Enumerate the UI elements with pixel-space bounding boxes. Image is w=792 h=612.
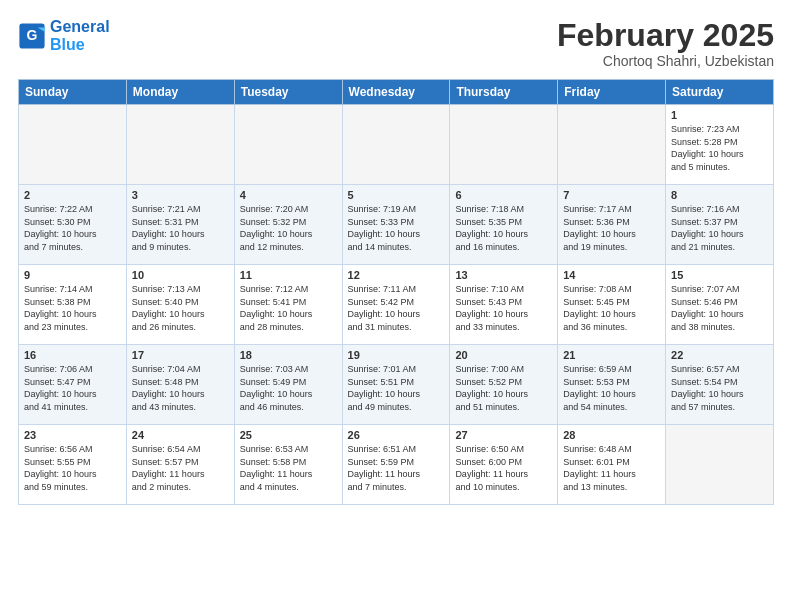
- table-row: 16Sunrise: 7:06 AM Sunset: 5:47 PM Dayli…: [19, 345, 127, 425]
- day-info: Sunrise: 7:07 AM Sunset: 5:46 PM Dayligh…: [671, 283, 768, 333]
- day-number: 23: [24, 429, 121, 441]
- day-number: 6: [455, 189, 552, 201]
- day-info: Sunrise: 6:57 AM Sunset: 5:54 PM Dayligh…: [671, 363, 768, 413]
- month-title: February 2025: [557, 18, 774, 53]
- table-row: 10Sunrise: 7:13 AM Sunset: 5:40 PM Dayli…: [126, 265, 234, 345]
- day-number: 22: [671, 349, 768, 361]
- day-info: Sunrise: 7:00 AM Sunset: 5:52 PM Dayligh…: [455, 363, 552, 413]
- col-thursday: Thursday: [450, 80, 558, 105]
- day-number: 3: [132, 189, 229, 201]
- day-info: Sunrise: 7:19 AM Sunset: 5:33 PM Dayligh…: [348, 203, 445, 253]
- day-number: 24: [132, 429, 229, 441]
- day-number: 14: [563, 269, 660, 281]
- table-row: 25Sunrise: 6:53 AM Sunset: 5:58 PM Dayli…: [234, 425, 342, 505]
- calendar-header-row: Sunday Monday Tuesday Wednesday Thursday…: [19, 80, 774, 105]
- table-row: [450, 105, 558, 185]
- col-sunday: Sunday: [19, 80, 127, 105]
- table-row: 17Sunrise: 7:04 AM Sunset: 5:48 PM Dayli…: [126, 345, 234, 425]
- day-info: Sunrise: 7:23 AM Sunset: 5:28 PM Dayligh…: [671, 123, 768, 173]
- page: G General Blue February 2025 Chortoq Sha…: [0, 0, 792, 612]
- table-row: 7Sunrise: 7:17 AM Sunset: 5:36 PM Daylig…: [558, 185, 666, 265]
- day-number: 2: [24, 189, 121, 201]
- table-row: 18Sunrise: 7:03 AM Sunset: 5:49 PM Dayli…: [234, 345, 342, 425]
- logo: G General Blue: [18, 18, 110, 53]
- table-row: 27Sunrise: 6:50 AM Sunset: 6:00 PM Dayli…: [450, 425, 558, 505]
- table-row: 6Sunrise: 7:18 AM Sunset: 5:35 PM Daylig…: [450, 185, 558, 265]
- day-info: Sunrise: 7:11 AM Sunset: 5:42 PM Dayligh…: [348, 283, 445, 333]
- col-tuesday: Tuesday: [234, 80, 342, 105]
- table-row: 15Sunrise: 7:07 AM Sunset: 5:46 PM Dayli…: [666, 265, 774, 345]
- table-row: [558, 105, 666, 185]
- logo-line2: Blue: [50, 36, 110, 54]
- day-info: Sunrise: 7:17 AM Sunset: 5:36 PM Dayligh…: [563, 203, 660, 253]
- table-row: 13Sunrise: 7:10 AM Sunset: 5:43 PM Dayli…: [450, 265, 558, 345]
- table-row: 2Sunrise: 7:22 AM Sunset: 5:30 PM Daylig…: [19, 185, 127, 265]
- table-row: [19, 105, 127, 185]
- day-info: Sunrise: 7:18 AM Sunset: 5:35 PM Dayligh…: [455, 203, 552, 253]
- day-number: 11: [240, 269, 337, 281]
- day-number: 16: [24, 349, 121, 361]
- table-row: [126, 105, 234, 185]
- day-number: 13: [455, 269, 552, 281]
- logo-icon: G: [18, 22, 46, 50]
- day-info: Sunrise: 7:21 AM Sunset: 5:31 PM Dayligh…: [132, 203, 229, 253]
- day-number: 21: [563, 349, 660, 361]
- table-row: 11Sunrise: 7:12 AM Sunset: 5:41 PM Dayli…: [234, 265, 342, 345]
- day-number: 19: [348, 349, 445, 361]
- day-info: Sunrise: 6:54 AM Sunset: 5:57 PM Dayligh…: [132, 443, 229, 493]
- svg-text:G: G: [27, 27, 38, 43]
- day-info: Sunrise: 7:12 AM Sunset: 5:41 PM Dayligh…: [240, 283, 337, 333]
- table-row: 28Sunrise: 6:48 AM Sunset: 6:01 PM Dayli…: [558, 425, 666, 505]
- col-friday: Friday: [558, 80, 666, 105]
- day-info: Sunrise: 7:10 AM Sunset: 5:43 PM Dayligh…: [455, 283, 552, 333]
- table-row: 26Sunrise: 6:51 AM Sunset: 5:59 PM Dayli…: [342, 425, 450, 505]
- day-number: 27: [455, 429, 552, 441]
- day-info: Sunrise: 6:50 AM Sunset: 6:00 PM Dayligh…: [455, 443, 552, 493]
- table-row: 24Sunrise: 6:54 AM Sunset: 5:57 PM Dayli…: [126, 425, 234, 505]
- day-info: Sunrise: 6:48 AM Sunset: 6:01 PM Dayligh…: [563, 443, 660, 493]
- table-row: [666, 425, 774, 505]
- day-number: 20: [455, 349, 552, 361]
- table-row: 14Sunrise: 7:08 AM Sunset: 5:45 PM Dayli…: [558, 265, 666, 345]
- day-number: 8: [671, 189, 768, 201]
- table-row: 3Sunrise: 7:21 AM Sunset: 5:31 PM Daylig…: [126, 185, 234, 265]
- day-info: Sunrise: 7:16 AM Sunset: 5:37 PM Dayligh…: [671, 203, 768, 253]
- table-row: [234, 105, 342, 185]
- day-info: Sunrise: 6:51 AM Sunset: 5:59 PM Dayligh…: [348, 443, 445, 493]
- day-info: Sunrise: 7:22 AM Sunset: 5:30 PM Dayligh…: [24, 203, 121, 253]
- table-row: 9Sunrise: 7:14 AM Sunset: 5:38 PM Daylig…: [19, 265, 127, 345]
- table-row: 19Sunrise: 7:01 AM Sunset: 5:51 PM Dayli…: [342, 345, 450, 425]
- day-number: 10: [132, 269, 229, 281]
- day-number: 18: [240, 349, 337, 361]
- table-row: 22Sunrise: 6:57 AM Sunset: 5:54 PM Dayli…: [666, 345, 774, 425]
- logo-line1: General: [50, 18, 110, 36]
- table-row: 5Sunrise: 7:19 AM Sunset: 5:33 PM Daylig…: [342, 185, 450, 265]
- location-subtitle: Chortoq Shahri, Uzbekistan: [557, 53, 774, 69]
- col-monday: Monday: [126, 80, 234, 105]
- table-row: [342, 105, 450, 185]
- table-row: 12Sunrise: 7:11 AM Sunset: 5:42 PM Dayli…: [342, 265, 450, 345]
- day-info: Sunrise: 7:20 AM Sunset: 5:32 PM Dayligh…: [240, 203, 337, 253]
- table-row: 21Sunrise: 6:59 AM Sunset: 5:53 PM Dayli…: [558, 345, 666, 425]
- day-info: Sunrise: 6:56 AM Sunset: 5:55 PM Dayligh…: [24, 443, 121, 493]
- day-info: Sunrise: 7:06 AM Sunset: 5:47 PM Dayligh…: [24, 363, 121, 413]
- col-saturday: Saturday: [666, 80, 774, 105]
- table-row: 4Sunrise: 7:20 AM Sunset: 5:32 PM Daylig…: [234, 185, 342, 265]
- calendar: Sunday Monday Tuesday Wednesday Thursday…: [18, 79, 774, 505]
- table-row: 8Sunrise: 7:16 AM Sunset: 5:37 PM Daylig…: [666, 185, 774, 265]
- day-number: 9: [24, 269, 121, 281]
- day-number: 17: [132, 349, 229, 361]
- day-number: 1: [671, 109, 768, 121]
- day-number: 28: [563, 429, 660, 441]
- col-wednesday: Wednesday: [342, 80, 450, 105]
- day-info: Sunrise: 7:04 AM Sunset: 5:48 PM Dayligh…: [132, 363, 229, 413]
- day-number: 5: [348, 189, 445, 201]
- day-number: 7: [563, 189, 660, 201]
- day-info: Sunrise: 6:59 AM Sunset: 5:53 PM Dayligh…: [563, 363, 660, 413]
- day-number: 15: [671, 269, 768, 281]
- title-area: February 2025 Chortoq Shahri, Uzbekistan: [557, 18, 774, 69]
- table-row: 20Sunrise: 7:00 AM Sunset: 5:52 PM Dayli…: [450, 345, 558, 425]
- day-info: Sunrise: 6:53 AM Sunset: 5:58 PM Dayligh…: [240, 443, 337, 493]
- day-number: 12: [348, 269, 445, 281]
- day-number: 4: [240, 189, 337, 201]
